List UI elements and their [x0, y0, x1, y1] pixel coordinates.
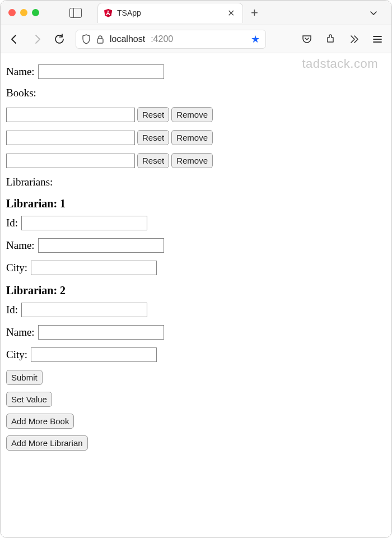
new-tab-button[interactable]: +: [251, 7, 258, 19]
book-remove-button[interactable]: Remove: [171, 153, 213, 168]
forward-button[interactable]: [31, 33, 43, 45]
lock-icon: [96, 35, 104, 44]
librarian-id-input[interactable]: [21, 303, 147, 317]
librarian-name-label: Name:: [6, 239, 35, 252]
librarian-heading: Librarian: 2: [6, 284, 386, 297]
book-input[interactable]: [6, 108, 135, 122]
url-bar[interactable]: localhost:4200 ★: [76, 30, 266, 49]
set-value-button[interactable]: Set Value: [6, 392, 52, 407]
angular-favicon-icon: [104, 8, 113, 17]
librarian-name-label: Name:: [6, 326, 35, 338]
window-controls: [1, 9, 47, 16]
svg-rect-2: [97, 39, 103, 43]
window-maximize-button[interactable]: [32, 9, 39, 16]
name-label: Name:: [6, 66, 35, 78]
sidebar-toggle-icon[interactable]: [69, 8, 82, 18]
book-row: Reset Remove: [6, 107, 386, 122]
overflow-chevrons-icon[interactable]: [348, 33, 360, 45]
bookmark-star-icon[interactable]: ★: [251, 33, 260, 45]
window-close-button[interactable]: [8, 9, 16, 16]
submit-button[interactable]: Submit: [6, 370, 43, 385]
shield-icon: [82, 34, 91, 44]
librarians-label: Librarians:: [6, 176, 386, 188]
book-reset-button[interactable]: Reset: [137, 130, 169, 145]
tab-title: TSApp: [117, 8, 221, 17]
librarian-id-label: Id:: [6, 304, 18, 316]
extensions-icon[interactable]: [324, 33, 337, 45]
books-list: Reset Remove Reset Remove Reset Remove: [6, 107, 386, 168]
pocket-icon[interactable]: [301, 33, 313, 45]
hamburger-menu-icon[interactable]: [371, 33, 384, 45]
books-label: Books:: [6, 87, 386, 99]
add-more-librarian-button[interactable]: Add More Librarian: [6, 435, 88, 451]
url-port: :4200: [151, 34, 173, 44]
name-input[interactable]: [38, 64, 164, 79]
back-button[interactable]: [8, 33, 21, 45]
librarian-city-label: City:: [6, 262, 27, 274]
browser-tab[interactable]: TSApp ✕: [97, 3, 243, 23]
watermark-text: tadstack.com: [302, 57, 378, 71]
reload-button[interactable]: [53, 33, 66, 45]
librarian-city-input[interactable]: [31, 261, 157, 275]
book-input[interactable]: [6, 131, 135, 145]
librarian-name-input[interactable]: [38, 238, 164, 253]
page-content: tadstack.com Name: Books: Reset Remove R…: [1, 53, 391, 456]
tabs-overflow-icon[interactable]: [356, 8, 391, 17]
book-reset-button[interactable]: Reset: [137, 107, 169, 122]
url-host: localhost: [110, 34, 145, 44]
librarian-city-label: City:: [6, 349, 27, 361]
librarian-city-input[interactable]: [31, 347, 157, 362]
book-remove-button[interactable]: Remove: [171, 130, 213, 145]
window-titlebar: TSApp ✕ +: [1, 1, 391, 25]
window-minimize-button[interactable]: [20, 9, 27, 16]
add-more-book-button[interactable]: Add More Book: [6, 414, 74, 429]
browser-toolbar: localhost:4200 ★: [1, 25, 391, 53]
book-row: Reset Remove: [6, 130, 386, 145]
book-row: Reset Remove: [6, 153, 386, 168]
book-input[interactable]: [6, 154, 135, 168]
librarian-id-input[interactable]: [21, 216, 147, 230]
book-remove-button[interactable]: Remove: [171, 107, 213, 122]
book-reset-button[interactable]: Reset: [137, 153, 169, 168]
librarian-heading: Librarian: 1: [6, 197, 386, 210]
tab-close-icon[interactable]: ✕: [225, 8, 237, 18]
librarian-name-input[interactable]: [38, 325, 164, 340]
librarian-id-label: Id:: [6, 217, 18, 229]
